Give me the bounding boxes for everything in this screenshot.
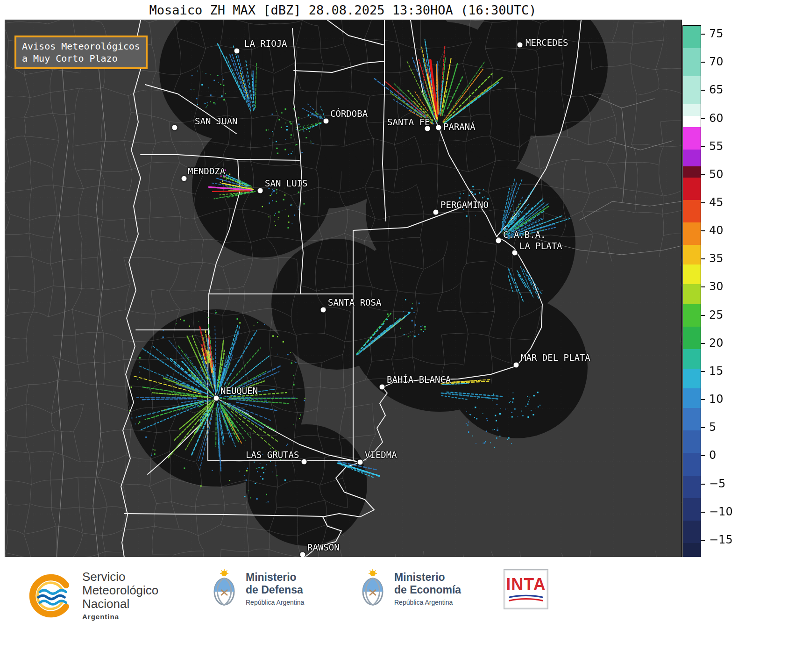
colorbar-segment <box>683 104 701 115</box>
economia-coat-of-arms-icon <box>359 568 387 609</box>
colorbar-segment <box>683 245 701 265</box>
economia-title-line2: de Economía <box>394 584 461 596</box>
colorbar-tick-label-75: 75 <box>709 27 724 40</box>
colorbar-tick-label-40: 40 <box>709 224 724 237</box>
colorbar-segment <box>683 150 701 166</box>
colorbar-tickmark-70 <box>701 62 705 63</box>
colorbar-segment <box>683 200 701 222</box>
alert-badge-button[interactable]: Avisos Meteorológicos a Muy Corto Plazo <box>14 36 148 69</box>
economia-logo-block: Ministerio de Economía República Argenti… <box>359 568 461 609</box>
colorbar-segment <box>683 26 701 48</box>
colorbar-segment <box>683 178 701 200</box>
smn-logo-block: Servicio Meteorológico Nacional Argentin… <box>26 570 158 622</box>
colorbar: 757065605550454035302520151050−5−10−15 <box>683 26 781 557</box>
colorbar-tickmark-5 <box>701 427 705 428</box>
colorbar-tickmark-40 <box>701 230 705 231</box>
colorbar-segment <box>683 166 701 178</box>
smn-name-line1: Servicio <box>82 570 158 584</box>
colorbar-segment <box>683 48 701 76</box>
colorbar-tickmark--5 <box>701 484 705 485</box>
colorbar-segment <box>683 388 701 408</box>
colorbar-tick-label-20: 20 <box>709 336 724 350</box>
colorbar-tickmark-60 <box>701 118 705 119</box>
colorbar-tick-label-45: 45 <box>709 196 724 209</box>
defensa-title-line1: Ministerio <box>246 571 304 584</box>
defensa-coat-of-arms-icon <box>210 568 238 609</box>
colorbar-tick-label--10: −10 <box>709 505 733 518</box>
colorbar-tickmark-50 <box>701 174 705 175</box>
smn-text-block: Servicio Meteorológico Nacional Argentin… <box>82 570 158 622</box>
colorbar-segment <box>683 430 701 453</box>
radar-map: MERCEDESLA RIOJASAN JUANCÓRDOBASANTA FEP… <box>5 20 682 558</box>
colorbar-segment <box>683 476 701 498</box>
colorbar-tick-label-30: 30 <box>709 280 724 293</box>
colorbar-tick-label-0: 0 <box>709 449 716 462</box>
colorbar-tickmark--10 <box>701 512 705 513</box>
inta-logo-lines-icon <box>507 594 545 603</box>
colorbar-tick-label-60: 60 <box>709 112 724 125</box>
colorbar-tick-label-35: 35 <box>709 252 724 265</box>
economia-title-line1: Ministerio <box>394 571 461 584</box>
colorbar-segment <box>683 127 701 150</box>
colorbar-tick-label--5: −5 <box>709 477 725 490</box>
colorbar-segment <box>683 453 701 475</box>
colorbar-tick-label-25: 25 <box>709 308 724 322</box>
colorbar-segment <box>683 349 701 369</box>
smn-logo-icon <box>26 572 75 620</box>
colorbar-tickmark-75 <box>701 34 705 35</box>
colorbar-tickmark-35 <box>701 258 705 259</box>
colorbar-segment <box>683 543 701 557</box>
page-title: Mosaico ZH MAX [dBZ] 28.08.2025 13:30HOA… <box>5 3 681 18</box>
economia-subtitle: República Argentina <box>394 598 461 607</box>
smn-name-line2: Meteorológico <box>82 584 158 597</box>
defensa-text-block: Ministerio de Defensa República Argentin… <box>246 571 304 607</box>
colorbar-gradient <box>683 26 701 557</box>
colorbar-tickmark-15 <box>701 371 705 372</box>
colorbar-tick-label-15: 15 <box>709 365 724 378</box>
colorbar-segment <box>683 222 701 245</box>
alert-badge-line1: Avisos Meteorológicos <box>22 40 140 52</box>
colorbar-tick-label-5: 5 <box>709 421 716 434</box>
colorbar-segment <box>683 76 701 104</box>
colorbar-tickmark-10 <box>701 399 705 400</box>
colorbar-segment <box>683 304 701 327</box>
defensa-subtitle: República Argentina <box>246 598 304 607</box>
defensa-title-line2: de Defensa <box>246 584 304 596</box>
colorbar-segment <box>683 327 701 349</box>
colorbar-tick-label-10: 10 <box>709 393 724 406</box>
alert-badge-line2: a Muy Corto Plazo <box>22 52 140 64</box>
inta-logo-text: INTA <box>506 576 546 593</box>
radar-map-canvas <box>5 20 682 558</box>
colorbar-segment <box>683 284 701 304</box>
colorbar-segment <box>683 369 701 388</box>
colorbar-tick-label-50: 50 <box>709 168 724 181</box>
colorbar-segment <box>683 265 701 284</box>
radar-product-page: Mosaico ZH MAX [dBZ] 28.08.2025 13:30HOA… <box>0 0 788 672</box>
colorbar-tickmark-45 <box>701 202 705 203</box>
colorbar-tick-label--15: −15 <box>709 533 733 546</box>
colorbar-tickmark-20 <box>701 343 705 344</box>
defensa-logo-block: Ministerio de Defensa República Argentin… <box>210 568 304 609</box>
footer-logos: Servicio Meteorológico Nacional Argentin… <box>0 557 788 672</box>
colorbar-tickmark-30 <box>701 286 705 287</box>
colorbar-tickmark-55 <box>701 146 705 147</box>
colorbar-tick-label-55: 55 <box>709 140 724 153</box>
colorbar-tickmark-65 <box>701 90 705 91</box>
inta-logo-block: INTA <box>504 569 548 609</box>
smn-name-line3: Nacional <box>82 597 158 611</box>
colorbar-segment <box>683 116 701 127</box>
colorbar-segment <box>683 521 701 543</box>
colorbar-segment <box>683 408 701 430</box>
colorbar-tickmark-0 <box>701 455 705 456</box>
colorbar-segment <box>683 498 701 521</box>
smn-country-label: Argentina <box>82 612 158 622</box>
economia-text-block: Ministerio de Economía República Argenti… <box>394 571 461 607</box>
colorbar-tickmark--15 <box>701 540 705 541</box>
colorbar-tick-label-65: 65 <box>709 84 724 97</box>
colorbar-tickmark-25 <box>701 315 705 316</box>
colorbar-tick-label-70: 70 <box>709 56 724 69</box>
